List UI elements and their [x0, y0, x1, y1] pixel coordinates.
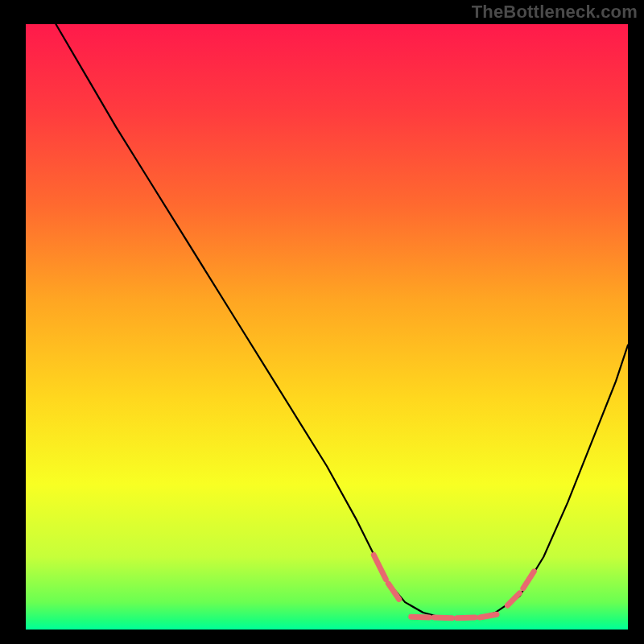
app-frame: TheBottleneck.com [0, 0, 644, 644]
chart-area [26, 24, 628, 630]
optimum-dash [480, 614, 497, 617]
optimum-dash [434, 617, 452, 618]
optimum-dash [411, 617, 429, 617]
chart-svg [26, 24, 628, 630]
chart-background [26, 24, 628, 630]
watermark-text: TheBottleneck.com [472, 2, 638, 23]
optimum-dash [457, 617, 475, 618]
